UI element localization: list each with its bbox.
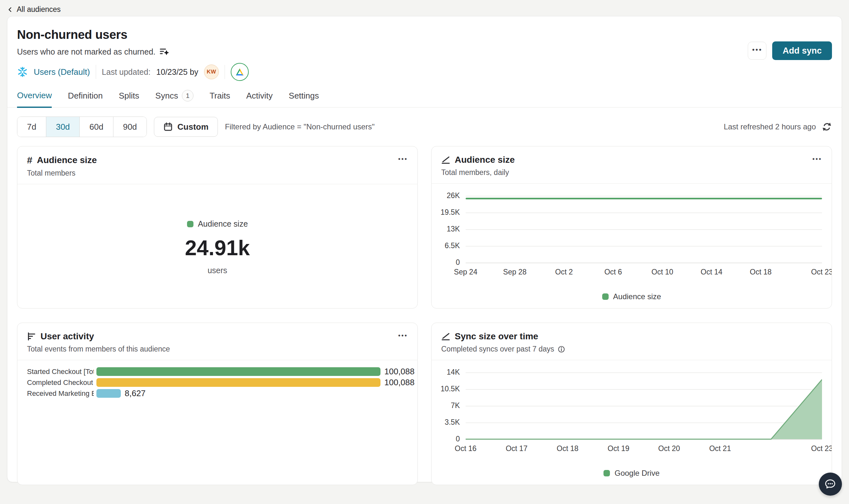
audience-size-unit: users: [208, 266, 227, 275]
legend: Audience size: [187, 219, 248, 229]
card-audience-size-total: # Audience size Total members ••• Audien…: [17, 146, 418, 308]
tab-definition[interactable]: Definition: [68, 90, 103, 107]
avatar[interactable]: KW: [204, 65, 219, 79]
card-title: Audience size: [37, 155, 97, 165]
divider: [96, 65, 96, 79]
info-icon[interactable]: [557, 345, 565, 353]
y-tick: 6.5K: [432, 241, 460, 250]
y-tick: 0: [432, 258, 460, 267]
card-sync-size: Sync size over time Completed syncs over…: [431, 323, 832, 485]
tab-traits[interactable]: Traits: [209, 90, 230, 107]
custom-range-button[interactable]: Custom: [154, 117, 218, 137]
x-tick: Oct 23: [811, 268, 832, 276]
breadcrumb[interactable]: All audiences: [0, 0, 849, 14]
x-tick: Oct 23: [811, 444, 832, 453]
y-tick: 0: [432, 435, 460, 443]
add-sync-button[interactable]: Add sync: [772, 41, 832, 60]
tab-splits[interactable]: Splits: [119, 90, 139, 107]
card-subtitle: Completed syncs over past 7 days: [441, 345, 554, 354]
x-tick: Oct 10: [652, 268, 673, 276]
bar-label: Started Checkout [Tot…: [27, 367, 94, 376]
card-title: Sync size over time: [455, 331, 538, 342]
back-chevron-icon: [7, 6, 14, 13]
x-tick: Oct 16: [455, 444, 477, 453]
last-updated-label: Last updated:: [102, 67, 151, 77]
x-tick: Oct 14: [700, 268, 722, 276]
y-tick: 13K: [432, 225, 460, 233]
bar-label: Completed Checkout […: [27, 378, 94, 387]
gridline-zero: [466, 263, 822, 263]
bar-started-checkout: [97, 367, 380, 376]
bar-chart-icon: [27, 332, 36, 341]
refresh-icon[interactable]: [822, 122, 832, 132]
filter-summary-text: Filtered by Audience = "Non-churned user…: [225, 122, 375, 131]
audience-line: [466, 198, 822, 199]
legend-swatch: [602, 293, 609, 300]
tab-syncs[interactable]: Syncs 1: [155, 90, 193, 107]
card-user-activity: User activity Total events from members …: [17, 323, 418, 485]
bar-value: 100,088: [384, 366, 415, 377]
breadcrumb-label[interactable]: All audiences: [17, 5, 61, 14]
bar-received-marketing-email: [97, 389, 121, 398]
legend-swatch: [604, 470, 610, 476]
y-tick: 7K: [432, 401, 460, 410]
gridline: [466, 246, 822, 247]
x-tick: Oct 19: [608, 444, 629, 453]
last-refreshed-text: Last refreshed 2 hours ago: [724, 122, 816, 131]
y-tick: 14K: [432, 368, 460, 377]
card-subtitle: Total members: [27, 169, 408, 178]
tab-overview[interactable]: Overview: [17, 90, 52, 108]
range-60d-button[interactable]: 60d: [80, 117, 113, 137]
x-tick: Oct 18: [557, 444, 578, 453]
x-tick: Oct 21: [709, 444, 731, 453]
main-panel: Non-churned users Users who are not mark…: [7, 16, 842, 482]
google-drive-destination-badge[interactable]: [231, 63, 249, 81]
tab-settings[interactable]: Settings: [289, 90, 319, 107]
x-tick: Oct 18: [750, 268, 772, 276]
page-title: Non-churned users: [17, 28, 832, 42]
card-menu-button[interactable]: •••: [812, 155, 822, 163]
x-tick: Sep 28: [503, 268, 527, 276]
y-tick: 19.5K: [432, 208, 460, 217]
line-chart-icon: [441, 332, 450, 341]
bar-row: Received Marketing E… 8,627: [27, 389, 408, 398]
source-model-link[interactable]: Users (Default): [34, 67, 90, 77]
legend: Audience size: [432, 292, 832, 301]
audience-more-button[interactable]: •••: [748, 42, 766, 60]
range-7d-button[interactable]: 7d: [17, 117, 46, 137]
audience-size-value: 24.91k: [185, 236, 250, 260]
legend-swatch: [187, 221, 193, 227]
tab-activity[interactable]: Activity: [246, 90, 273, 107]
card-title: User activity: [40, 331, 94, 342]
page-description: Users who are not marked as churned.: [17, 47, 156, 56]
date-range-segmented-control: 7d 30d 60d 90d: [17, 116, 147, 137]
y-tick: 26K: [432, 191, 460, 200]
calendar-icon: [163, 122, 173, 132]
card-subtitle: Total events from members of this audien…: [27, 345, 408, 354]
chat-widget-button[interactable]: [819, 472, 842, 496]
divider: [225, 65, 225, 79]
gridline: [466, 213, 822, 213]
bar-row: Completed Checkout [… 100,088: [27, 378, 408, 387]
line-chart-icon: [441, 155, 450, 164]
bar-value: 100,088: [384, 378, 415, 388]
x-tick: Oct 20: [658, 444, 680, 453]
card-menu-button[interactable]: •••: [398, 155, 408, 163]
card-menu-button[interactable]: •••: [398, 332, 408, 339]
bar-row: Started Checkout [Tot… 100,088: [27, 367, 408, 376]
range-90d-button[interactable]: 90d: [113, 117, 146, 137]
range-30d-button[interactable]: 30d: [46, 117, 80, 137]
tabs-bar: Overview Definition Splits Syncs 1 Trait…: [7, 90, 842, 108]
edit-description-sparkle-icon[interactable]: [159, 47, 170, 56]
bar-value: 8,627: [125, 389, 145, 398]
card-subtitle: Total members, daily: [441, 168, 822, 177]
hash-icon: #: [27, 155, 32, 166]
card-title: Audience size: [455, 155, 515, 165]
syncs-count-badge: 1: [182, 90, 193, 102]
legend: Google Drive: [432, 469, 832, 478]
y-tick: 3.5K: [432, 418, 460, 427]
x-tick: Oct 2: [555, 268, 573, 276]
y-tick: 10.5K: [432, 384, 460, 393]
sync-area-chart-svg: [466, 360, 822, 444]
user-activity-chart: Started Checkout [Tot… 100,088 Completed…: [17, 360, 417, 407]
